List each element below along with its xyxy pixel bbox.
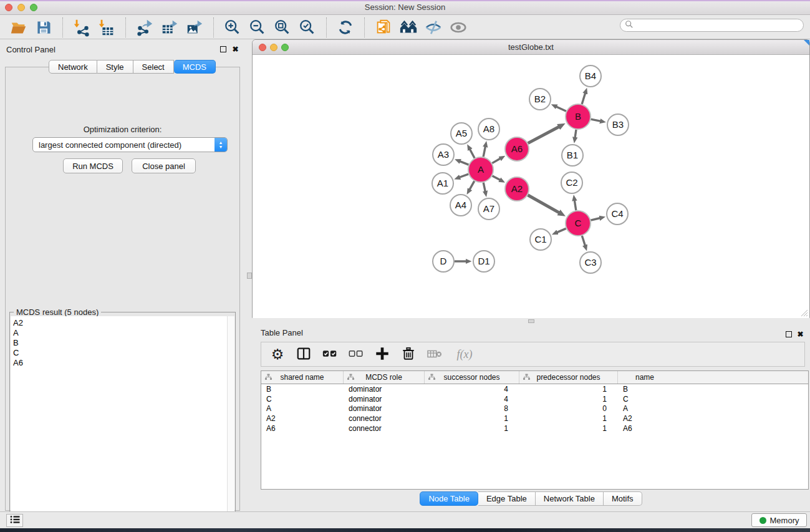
divider-grip[interactable] (247, 273, 252, 279)
home-button[interactable] (396, 17, 421, 37)
table-cell[interactable]: A2 (618, 414, 672, 423)
table-cell[interactable]: A6 (261, 424, 344, 433)
network-from-file-button[interactable] (371, 17, 396, 37)
zoom-selected-button[interactable] (295, 17, 320, 37)
edge-A-A8[interactable] (483, 146, 485, 157)
close-panel-button[interactable]: ✖ (231, 45, 239, 53)
node-table[interactable]: shared nameMCDS rolesuccessor nodesprede… (261, 370, 809, 490)
table-cell[interactable]: 1 (519, 424, 618, 433)
delete-row-button[interactable] (400, 346, 417, 363)
table-cell[interactable]: connector (344, 424, 425, 433)
table-row[interactable]: A2connector11A2 (261, 414, 808, 423)
table-cell[interactable]: A6 (618, 424, 672, 433)
criterion-dropdown[interactable]: largest connected component (directed) ▲… (32, 137, 228, 152)
table-cell[interactable]: 1 (425, 424, 519, 433)
export-image-button[interactable] (182, 17, 207, 37)
memory-button[interactable]: Memory (751, 513, 807, 527)
zoom-fit-button[interactable] (270, 17, 295, 37)
tab-style[interactable]: Style (97, 60, 133, 74)
tab-network-table[interactable]: Network Table (536, 491, 604, 506)
table-cell[interactable]: A2 (261, 414, 344, 423)
hide-graphics-details-button[interactable] (421, 17, 446, 37)
edge-C-C3[interactable] (582, 236, 585, 246)
tab-select[interactable]: Select (133, 60, 174, 74)
table-row[interactable]: A6connector11A6 (261, 423, 808, 433)
column-header-MCDS-role[interactable]: MCDS role (344, 371, 425, 384)
save-session-button[interactable] (31, 17, 56, 37)
edge-A-A6[interactable] (492, 158, 501, 163)
table-cell[interactable]: dominator (344, 404, 425, 413)
edge-A2-C[interactable] (528, 195, 559, 213)
edge-B-B2[interactable] (556, 107, 566, 112)
import-table-button[interactable] (94, 17, 119, 37)
result-list-scrollbar[interactable] (227, 316, 234, 526)
column-header-name[interactable]: name (618, 371, 672, 384)
table-cell[interactable]: 1 (519, 414, 618, 423)
function-builder-button[interactable]: f(x) (452, 346, 477, 363)
table-cell[interactable]: 4 (425, 385, 519, 394)
open-session-button[interactable] (6, 17, 31, 37)
show-panels-button[interactable] (6, 514, 23, 527)
export-network-button[interactable] (132, 17, 157, 37)
table-cell[interactable]: 1 (519, 385, 618, 394)
result-item[interactable]: C (13, 348, 228, 358)
column-header-predecessor-nodes[interactable]: predecessor nodes (519, 371, 618, 384)
table-cell[interactable]: 4 (425, 395, 519, 404)
toggle-column-panel-button[interactable] (295, 346, 312, 363)
close-table-panel-button[interactable]: ✖ (796, 330, 804, 338)
select-all-button[interactable] (321, 346, 339, 363)
table-cell[interactable]: 8 (425, 404, 519, 413)
table-cell[interactable]: 0 (519, 404, 618, 413)
float-panel-button[interactable] (219, 45, 227, 53)
column-header-shared-name[interactable]: shared name (261, 371, 344, 384)
edge-B-B4[interactable] (582, 93, 586, 104)
edge-B-B3[interactable] (591, 119, 601, 121)
zoom-in-button[interactable] (220, 17, 245, 37)
show-graphics-details-button[interactable] (446, 17, 471, 37)
export-table-button[interactable] (157, 17, 182, 37)
zoom-out-button[interactable] (245, 17, 270, 37)
table-cell[interactable]: dominator (344, 395, 425, 404)
search-field[interactable] (620, 19, 804, 32)
result-item[interactable]: B (13, 338, 228, 348)
table-cell[interactable]: B (618, 385, 672, 394)
result-item[interactable]: A2 (13, 318, 228, 328)
table-cell[interactable]: B (261, 385, 344, 394)
edge-C-C2[interactable] (574, 200, 576, 211)
vertical-split-divider[interactable] (247, 39, 252, 511)
run-mcds-button[interactable]: Run MCDS (63, 158, 123, 173)
edge-A-A4[interactable] (470, 181, 475, 190)
tab-edge-table[interactable]: Edge Table (478, 491, 536, 506)
divider-grip[interactable] (528, 319, 534, 323)
add-row-button[interactable] (374, 346, 391, 363)
edge-A-A7[interactable] (483, 183, 485, 192)
network-canvas[interactable]: B4B2BB3A8A5A6A3B1AC2A1A2A4A7C4CC1C3DD1 (253, 56, 809, 318)
result-item[interactable]: A (13, 328, 228, 338)
apply-layout-button[interactable] (333, 17, 358, 37)
tab-node-table[interactable]: Node Table (420, 491, 478, 506)
edge-A-A3[interactable] (460, 161, 469, 165)
table-cell[interactable]: C (261, 395, 344, 404)
horizontal-split-divider[interactable] (252, 318, 810, 324)
tab-motifs[interactable]: Motifs (604, 491, 642, 506)
result-item[interactable]: A6 (13, 358, 228, 368)
edge-B-B1[interactable] (575, 130, 576, 138)
edge-A6-B[interactable] (528, 127, 559, 143)
delete-table-button[interactable] (426, 346, 443, 363)
edge-C-C4[interactable] (591, 218, 600, 220)
deselect-all-button[interactable] (347, 346, 365, 363)
table-cell[interactable]: A (261, 404, 344, 413)
table-row[interactable]: Bdominator41B (261, 384, 808, 394)
import-network-button[interactable] (69, 17, 94, 37)
mcds-result-list[interactable]: A2ABCA6 (11, 316, 228, 526)
table-cell[interactable]: A (618, 404, 672, 413)
edge-C-C1[interactable] (557, 228, 566, 233)
edge-A-A1[interactable] (459, 174, 468, 177)
float-table-panel-button[interactable] (784, 330, 793, 338)
network-graph[interactable]: B4B2BB3A8A5A6A3B1AC2A1A2A4A7C4CC1C3DD1 (253, 56, 809, 318)
table-settings-button[interactable]: ⚙ (269, 346, 286, 363)
table-cell[interactable]: 1 (519, 395, 618, 404)
resize-grip-icon[interactable] (799, 308, 808, 317)
column-header-successor-nodes[interactable]: successor nodes (425, 371, 519, 384)
close-panel-action-button[interactable]: Close panel (132, 158, 196, 173)
